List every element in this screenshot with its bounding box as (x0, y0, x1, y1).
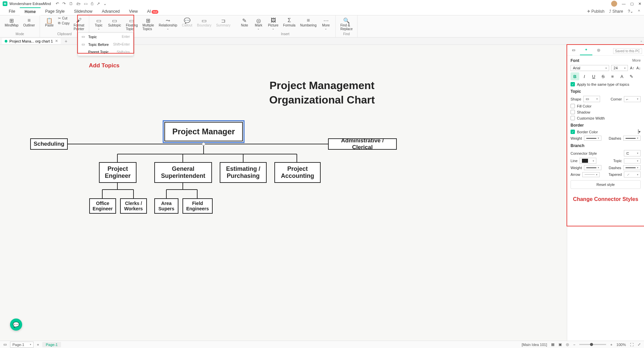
note-button[interactable]: ✎Note (238, 16, 251, 32)
node-estimating-purchasing[interactable]: Estimating / Purchasing (220, 162, 267, 183)
dd-topic[interactable]: ▭TopicEnter (78, 33, 133, 41)
picture-button[interactable]: 🖼Picture⌄ (266, 16, 280, 32)
font-shrink-icon[interactable]: A↓ (636, 66, 641, 70)
pages-icon[interactable]: ▭ (3, 342, 7, 347)
user-avatar[interactable] (611, 1, 617, 7)
mark-button[interactable]: ◎Mark⌄ (252, 16, 265, 32)
node-project-accounting[interactable]: Project Accounting (274, 162, 321, 183)
bold-button[interactable]: B (571, 72, 579, 80)
line-color-select[interactable]: ▾ (580, 158, 596, 164)
menu-advanced[interactable]: Advanced (97, 8, 124, 15)
selection-handle[interactable] (202, 142, 205, 146)
strike-button[interactable]: S (599, 72, 607, 80)
zoom-in-button[interactable]: + (610, 343, 612, 347)
node-scheduling[interactable]: Scheduling (30, 138, 68, 150)
font-color-button[interactable]: A (618, 72, 626, 80)
expand-panel-icon[interactable]: ▫ (641, 39, 642, 43)
mindmap-button[interactable]: ⊞MindMap (3, 16, 20, 32)
add-tab-button[interactable]: + (63, 39, 69, 44)
fullscreen-icon[interactable]: ⤢ (638, 342, 641, 347)
panel-tab-style[interactable]: ▭ (567, 45, 580, 55)
border-weight-select[interactable]: ▾ (584, 136, 601, 141)
undo-icon[interactable]: ↶ (56, 1, 59, 6)
maximize-icon[interactable]: ▢ (630, 2, 634, 6)
open-icon[interactable]: 🗁 (76, 1, 80, 6)
node-general-superintendent[interactable]: General Superintendent (154, 162, 212, 183)
border-color-checkbox[interactable]: ✓Border Color ▾ (571, 130, 641, 134)
fill-color-checkbox[interactable]: Fill Color (571, 104, 641, 108)
font-more-link[interactable]: More (632, 58, 641, 62)
redo-icon[interactable]: ↷ (62, 1, 66, 6)
node-area-supers[interactable]: Area Supers (154, 198, 178, 214)
outliner-button[interactable]: ≡Outliner (21, 16, 37, 32)
reset-style-button[interactable]: Reset style (571, 180, 641, 189)
summary-button[interactable]: ⊐Summary (214, 16, 232, 37)
font-grow-icon[interactable]: A↑ (630, 66, 634, 70)
node-office-engineer[interactable]: Office Engineer (89, 198, 116, 214)
page-tab-1[interactable]: Page-1 (42, 342, 61, 347)
border-color-swatch[interactable] (638, 129, 639, 134)
add-page-button[interactable]: + (37, 343, 39, 347)
boundary-button[interactable]: ▭Boundary (195, 16, 213, 37)
custom-width-checkbox[interactable]: Customize Width (571, 116, 641, 120)
branch-dashes-select[interactable]: ▾ (623, 165, 641, 170)
canvas[interactable]: Add Topics Project Management Organizati… (0, 45, 644, 341)
multiple-topics-button[interactable]: ⊞Multiple Topics (141, 16, 156, 37)
format-painter-button[interactable]: 🖌Format Painter (72, 16, 87, 32)
shape-select[interactable]: ▭▾ (583, 96, 600, 102)
apply-same-checkbox[interactable]: ✓Apply to the same type of topics (571, 82, 641, 86)
node-root[interactable]: Project Manager (164, 122, 243, 141)
align-button[interactable]: ≡ (608, 72, 617, 80)
close-icon[interactable]: ✕ (638, 2, 641, 6)
view-mode-3-icon[interactable]: ◎ (566, 342, 569, 347)
numbering-button[interactable]: ≡Numbering (298, 16, 319, 32)
node-field-engineers[interactable]: Field Engineers (182, 198, 213, 214)
menu-file[interactable]: File (4, 8, 20, 15)
italic-button[interactable]: I (580, 72, 589, 80)
minimize-icon[interactable]: — (622, 2, 626, 6)
callout-button[interactable]: 💬Callout (180, 16, 194, 37)
panel-tab-format[interactable]: ✦ (580, 45, 592, 55)
print-icon[interactable]: ⎙ (91, 1, 93, 6)
zoom-slider[interactable] (579, 344, 606, 345)
dd-topic-before[interactable]: ▭Topic BeforeShift+Enter (78, 41, 133, 48)
document-tab[interactable]: Project Mana... org chart 1 ✕ (2, 38, 61, 44)
menu-home[interactable]: Home (20, 7, 40, 15)
node-clerks-workers[interactable]: Clerks / Workers (120, 198, 147, 214)
qat-more-icon[interactable]: ⌄ (103, 1, 107, 6)
export-icon[interactable]: ↗ (97, 1, 100, 6)
cut-button[interactable]: ✂Cut (57, 16, 71, 20)
menu-view[interactable]: View (124, 8, 143, 15)
font-family-select[interactable]: Arial▾ (571, 65, 609, 71)
relationship-button[interactable]: ⤳Relationship⌄ (157, 16, 179, 37)
publish-button[interactable]: ✈ Publish (587, 9, 605, 14)
paste-button[interactable]: 📋Paste (43, 16, 56, 32)
tapered-select[interactable]: ⟋▾ (624, 171, 641, 178)
font-size-select[interactable]: 24▾ (611, 65, 628, 71)
menu-page-style[interactable]: Page Style (41, 8, 69, 15)
ai-fab-button[interactable]: 💬 (10, 319, 22, 331)
view-mode-1-icon[interactable]: ▦ (551, 342, 554, 347)
node-project-engineer[interactable]: Project Engineer (99, 162, 137, 183)
save-icon[interactable]: ▭ (84, 1, 88, 6)
formula-button[interactable]: ΣFormula (281, 16, 298, 32)
collapse-ribbon-icon[interactable]: ^ (638, 9, 640, 14)
branch-weight-select[interactable]: ▾ (584, 165, 601, 170)
fit-screen-icon[interactable]: ⛶ (630, 343, 634, 347)
new-icon[interactable]: 🗋 (69, 1, 73, 6)
menu-ai[interactable]: AIHot (143, 8, 163, 15)
share-button[interactable]: ⤴ Share (609, 9, 623, 14)
arrow-select[interactable]: ▾ (582, 172, 600, 177)
highlight-button[interactable]: ✎ (627, 72, 636, 80)
help-icon[interactable]: ?⌄ (628, 9, 634, 14)
connector-style-select[interactable]: ⊏▾ (624, 150, 641, 156)
shadow-checkbox[interactable]: Shadow (571, 110, 641, 114)
close-tab-icon[interactable]: ✕ (55, 39, 58, 43)
menu-slideshow[interactable]: Slideshow (69, 8, 97, 15)
corner-select[interactable]: ⌐▾ (624, 96, 641, 102)
zoom-value[interactable]: 100% (616, 343, 626, 347)
branch-topic-select[interactable]: ▾ (624, 158, 641, 163)
panel-tab-map[interactable]: ◎ (592, 45, 605, 55)
underline-button[interactable]: U (589, 72, 598, 80)
more-button[interactable]: ⋯More⌄ (319, 16, 333, 32)
